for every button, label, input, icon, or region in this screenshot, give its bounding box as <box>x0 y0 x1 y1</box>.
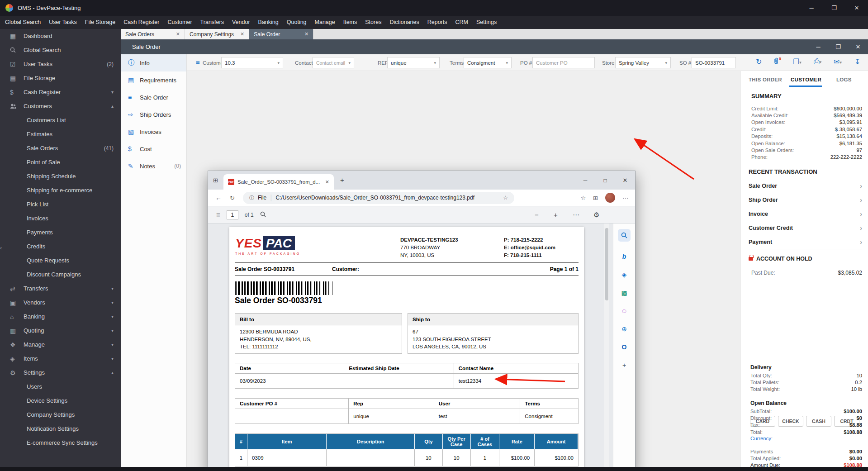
attachment-icon[interactable] <box>773 57 779 67</box>
sidebar-subitem[interactable]: Users <box>0 380 121 394</box>
minimize-icon[interactable]: ─ <box>800 0 823 16</box>
tab-this-order[interactable]: THIS ORDER <box>749 77 782 82</box>
bing-icon[interactable]: b <box>622 253 626 260</box>
menu-item[interactable]: Items <box>339 16 361 29</box>
favorites-icon[interactable]: ☆ <box>580 195 586 201</box>
menu-item[interactable]: Customer <box>163 16 196 29</box>
menu-item[interactable]: Quoting <box>283 16 311 29</box>
sidebar-item-file-storage[interactable]: ▤File Storage <box>0 71 121 85</box>
sidebar-subitem[interactable]: Payments <box>0 225 121 239</box>
sidebar-collapse-icon[interactable]: ‹ <box>0 244 2 251</box>
sidebar-item-items[interactable]: ◈Items▾ <box>0 352 121 366</box>
menu-item[interactable]: Cash Register <box>119 16 163 29</box>
so-number-input[interactable]: SO-0033791 <box>692 57 736 68</box>
currency-link[interactable]: Currency: <box>750 436 773 441</box>
contact-select[interactable]: Contact email▾ <box>313 57 354 68</box>
sidebar-item-quoting[interactable]: ▥Quoting▾ <box>0 324 121 338</box>
sidebar-subitem[interactable]: Pick List <box>0 197 121 211</box>
recent-transaction-row[interactable]: Invoice› <box>749 207 862 221</box>
search-icon[interactable] <box>260 211 266 219</box>
tab-sale-order[interactable]: Sale Order✕ <box>249 29 313 39</box>
refresh-icon[interactable]: ↻ <box>756 57 762 66</box>
more-options-icon[interactable]: ⋯ <box>573 211 579 219</box>
page-info-icon[interactable]: ⓘ <box>249 195 254 201</box>
recent-transaction-row[interactable]: Customer Credit› <box>749 221 862 235</box>
search-icon[interactable] <box>618 229 631 242</box>
nav-item-requirements[interactable]: ▤Requirements <box>121 71 186 89</box>
page-number-input[interactable]: 1 <box>227 210 238 219</box>
menu-item[interactable]: Vendor <box>228 16 254 29</box>
sidebar-item-user-tasks[interactable]: ☑User Tasks(2) <box>0 57 121 71</box>
sidebar-item-dashboard[interactable]: ▦Dashboard <box>0 29 121 43</box>
store-select[interactable]: Spring Valley▾ <box>615 57 671 68</box>
sidebar-subitem[interactable]: Credits <box>0 239 121 253</box>
menu-item[interactable]: CRM <box>451 16 472 29</box>
recent-transaction-row[interactable]: Sale Order› <box>749 179 862 193</box>
globe-icon[interactable]: ⊕ <box>621 326 627 332</box>
close-icon[interactable]: ✕ <box>325 179 329 185</box>
outlook-icon[interactable]: O <box>622 344 627 350</box>
menu-item[interactable]: File Storage <box>81 16 119 29</box>
browser-profile-avatar[interactable] <box>605 193 615 203</box>
menu-item[interactable]: Stores <box>361 16 385 29</box>
menu-item[interactable]: Reports <box>423 16 451 29</box>
pdf-settings-icon[interactable]: ⚙ <box>593 211 599 219</box>
sidebar-item-vendors[interactable]: ▣Vendors▾ <box>0 295 121 309</box>
browser-tab[interactable]: PDF Sale_Order_SO-0033791_from_d... ✕ <box>223 174 334 190</box>
toc-icon[interactable]: ≡ <box>216 211 220 219</box>
recent-transaction-row[interactable]: Payment› <box>749 235 862 249</box>
nav-item-notes[interactable]: ✎Notes(0) <box>121 157 186 175</box>
sidebar-subitem[interactable]: Invoices <box>0 211 121 225</box>
sidebar-subitem[interactable]: Shipping Schedule <box>0 169 121 183</box>
nav-item-info[interactable]: ⓘInfo <box>121 54 186 71</box>
close-icon[interactable]: ✕ <box>304 31 308 37</box>
sidebar-subitem[interactable]: Device Settings <box>0 394 121 408</box>
shopping-icon[interactable]: ▩ <box>621 290 627 296</box>
new-tab-icon[interactable]: + <box>340 176 344 184</box>
copy-icon[interactable]: ❐▾ <box>793 57 802 66</box>
form-icon[interactable]: ≡ <box>196 58 200 66</box>
nav-item-invoices[interactable]: ▧Invoices <box>121 123 186 140</box>
sidebar-item-cash-register[interactable]: $Cash Register▾ <box>0 85 121 99</box>
menu-item[interactable]: User Tasks <box>45 16 81 29</box>
terms-select[interactable]: Consigment▾ <box>464 57 512 68</box>
more-options-icon[interactable]: ⋯ <box>622 194 629 201</box>
menu-item[interactable]: Dictionaries <box>385 16 423 29</box>
maximize-icon[interactable]: □ <box>595 171 615 190</box>
close-icon[interactable]: ✕ <box>845 0 868 16</box>
menu-item[interactable]: Global Search <box>1 16 45 29</box>
refresh-icon[interactable]: ↻ <box>230 195 235 201</box>
sidebar-subitem[interactable]: Quote Requests <box>0 253 121 267</box>
restore-icon[interactable]: ❐ <box>823 0 845 16</box>
zoom-in-icon[interactable]: + <box>554 211 558 219</box>
menu-item[interactable]: Manage <box>311 16 339 29</box>
sidebar-subitem[interactable]: Discount Campaigns <box>0 267 121 281</box>
tab-company-settings[interactable]: Company Settings✕ <box>185 29 249 39</box>
sidebar-item-settings[interactable]: ⚙Settings▴ <box>0 366 121 380</box>
rep-select[interactable]: unique▾ <box>387 57 440 68</box>
sidebar-subitem[interactable]: Notification Settings <box>0 422 121 436</box>
sidebar-subitem[interactable]: Sale Orders(41) <box>0 141 121 155</box>
sidebar-item-transfers[interactable]: ⇄Transfers▾ <box>0 281 121 295</box>
print-icon[interactable]: ⎙▾ <box>814 57 821 66</box>
email-icon[interactable]: ✉▾ <box>834 57 842 66</box>
tab-sale-orders[interactable]: Sale Orders✕ <box>121 29 185 39</box>
close-icon[interactable]: ✕ <box>240 31 244 37</box>
sidebar-subitem[interactable]: Point of Sale <box>0 155 121 169</box>
add-icon[interactable]: + <box>622 362 626 368</box>
menu-item[interactable]: Transfers <box>196 16 228 29</box>
people-icon[interactable]: ☺ <box>621 308 627 314</box>
workspaces-icon[interactable]: ⊞ <box>213 177 218 184</box>
customer-po-input[interactable]: Customer PO <box>532 57 595 68</box>
tag-icon[interactable]: ◈ <box>622 271 627 278</box>
customer-select[interactable]: 10.3▾ <box>221 57 283 68</box>
sidebar-subitem[interactable]: Shipping for e-commerce <box>0 183 121 197</box>
nav-item-sale-order[interactable]: ≡Sale Order <box>121 89 186 106</box>
restore-icon[interactable]: ❐ <box>828 39 848 54</box>
export-icon[interactable]: ↧ <box>854 57 860 66</box>
close-icon[interactable]: ✕ <box>615 171 635 190</box>
zoom-out-icon[interactable]: − <box>535 211 539 219</box>
tab-logs[interactable]: LOGS <box>836 77 852 82</box>
nav-item-ship-orders[interactable]: ⇨Ship Orders <box>121 106 186 123</box>
close-icon[interactable]: ✕ <box>848 39 868 54</box>
